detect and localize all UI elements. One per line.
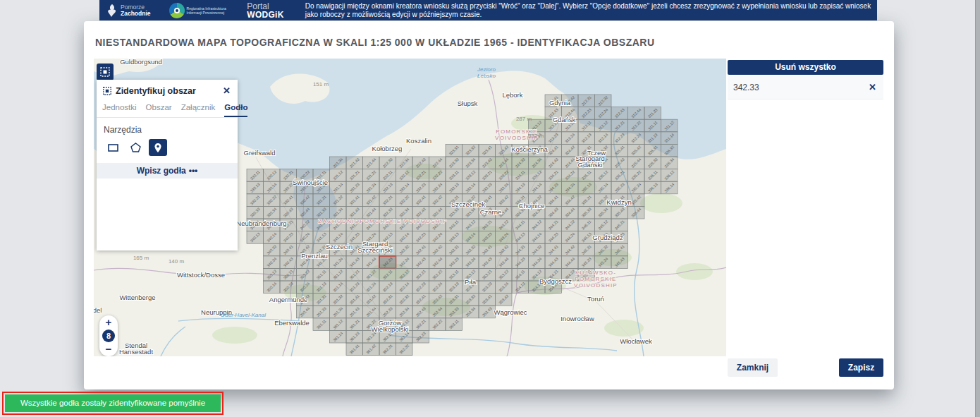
annotation-highlight-box: Wszystkie godła zostały zidentyfikowane … (2, 392, 223, 415)
region-logo-line2: Zachodnie (121, 11, 151, 17)
svg-text:Bydgoszcz: Bydgoszcz (539, 277, 572, 285)
griffin-icon (106, 4, 118, 18)
svg-text:ZACHODNIOPOMORSKIE VOIVODSHIP: ZACHODNIOPOMORSKIE VOIVODSHIP (318, 218, 447, 224)
svg-text:Lębork: Lębork (502, 91, 522, 99)
svg-text:Neubrandenburg: Neubrandenburg (236, 219, 286, 227)
svg-text:Guldborgsund: Guldborgsund (120, 59, 162, 66)
svg-text:Inowrocław: Inowrocław (561, 315, 594, 322)
sheet-code-value: 342.33 (733, 83, 867, 92)
more-dots-icon: ••• (189, 166, 198, 176)
svg-text:Greifswald: Greifswald (244, 149, 276, 157)
header-instruction-text: Do nawigacji między oknami kreatora wnio… (305, 2, 877, 19)
svg-text:Koszalin: Koszalin (406, 137, 431, 145)
remove-sheet-icon[interactable]: ✕ (867, 82, 878, 92)
svg-text:Gdańsk: Gdańsk (553, 116, 576, 123)
map-zoom-control: + 8 − (99, 315, 118, 356)
zoom-out-button[interactable]: − (106, 344, 112, 354)
map-canvas[interactable]: 313.41313.42312.31312.32313.43313.44312.… (94, 59, 726, 356)
svg-text:Kościerzyna: Kościerzyna (511, 145, 548, 153)
save-button[interactable]: Zapisz (839, 358, 883, 377)
portal-logo-line2: WODGiK (247, 11, 283, 19)
svg-text:151 m: 151 m (313, 81, 329, 87)
svg-text:Wągrowiec: Wągrowiec (494, 308, 527, 316)
enter-codes-label: Wpisz godła (137, 166, 186, 176)
svg-text:140 m: 140 m (169, 258, 185, 265)
svg-text:JezioroŁebsko: JezioroŁebsko (477, 66, 496, 79)
portal-wodgik-logo: Portal WODGiK (247, 2, 283, 19)
svg-text:Kołobrzeg: Kołobrzeg (372, 145, 403, 152)
svg-text:Kwidzyn: Kwidzyn (606, 198, 631, 206)
svg-text:del: del (94, 306, 102, 314)
riip-logo-line2: Informacji Przestrzennej (187, 11, 228, 15)
svg-text:StendalHansestadt: StendalHansestadt (119, 342, 153, 356)
svg-text:StargardSzczeciński: StargardSzczeciński (357, 240, 393, 254)
identify-area-icon (102, 86, 112, 96)
svg-text:Włocławek: Włocławek (620, 337, 652, 345)
success-toast: Wszystkie godła zostały zidentyfikowane … (5, 394, 221, 412)
panel-title: Zidentyfikuj obszar (116, 86, 221, 96)
panel-close-icon[interactable]: ✕ (221, 85, 232, 96)
svg-text:StarogardGdański: StarogardGdański (575, 155, 605, 169)
svg-text:Czarne: Czarne (480, 208, 502, 216)
svg-text:Piła: Piła (465, 278, 477, 286)
svg-text:Eberswalde: Eberswalde (274, 319, 310, 327)
identify-area-tool-button[interactable] (97, 64, 114, 80)
pomorze-zachodnie-logo: Pomorze Zachodnie (106, 4, 151, 18)
svg-text:Słupsk: Słupsk (458, 99, 478, 107)
svg-text:165 m: 165 m (133, 255, 149, 261)
svg-text:Prenzlau: Prenzlau (301, 252, 328, 260)
svg-text:Szczecin: Szczecin (326, 243, 353, 250)
enter-codes-link[interactable]: Wpisz godła ••• (97, 163, 238, 179)
identify-area-panel: Zidentyfikuj obszar ✕ Jednostki Obszar Z… (97, 80, 238, 250)
svg-text:Chojnice: Chojnice (519, 202, 545, 210)
tab-jednostki[interactable]: Jednostki (102, 100, 137, 117)
polygon-select-tool-button[interactable] (126, 139, 145, 156)
svg-text:Szczecinek: Szczecinek (451, 200, 485, 208)
svg-text:KUJAWSKO-POMORSKIEVOIVODSHIP: KUJAWSKO-POMORSKIEVOIVODSHIP (574, 270, 618, 289)
svg-text:Świnoujście: Świnoujście (293, 179, 328, 186)
tab-godlo[interactable]: Godło (224, 100, 247, 117)
svg-text:Angermünde: Angermünde (269, 296, 307, 303)
tools-label: Narzędzia (104, 125, 231, 135)
point-select-tool-button[interactable] (149, 139, 167, 156)
map-pin-icon (153, 143, 163, 153)
riip-logo-line1: Regionalna Infrastruktura (187, 6, 228, 11)
svg-text:Wittenberge: Wittenberge (119, 294, 155, 301)
modal-title: NIESTANDARDOWA MAPA TOPOGRAFICZNA W SKAL… (95, 37, 655, 48)
svg-text:Oder-Havel-Kanal: Oder-Havel-Kanal (221, 312, 266, 318)
zoom-level-badge: 8 (102, 330, 115, 342)
app-header: Pomorze Zachodnie Regionalna Infrastrukt… (99, 0, 877, 20)
remove-all-button[interactable]: Usuń wszystko (728, 60, 883, 75)
svg-text:Grudziądz: Grudziądz (592, 234, 623, 241)
rectangle-select-tool-button[interactable] (104, 139, 122, 156)
portal-logo-line1: Portal (247, 2, 283, 11)
svg-text:Gdynia: Gdynia (549, 99, 571, 107)
tab-obszar[interactable]: Obszar (146, 100, 172, 117)
svg-text:Toruń: Toruń (587, 295, 604, 303)
identify-area-icon (99, 66, 111, 78)
close-button[interactable]: Zamknij (728, 358, 778, 377)
selected-sheets-sidebar: Usuń wszystko 342.33 ✕ (728, 60, 883, 99)
selected-sheet-item: 342.33 ✕ (728, 75, 883, 99)
svg-text:287 m: 287 m (516, 116, 532, 122)
svg-text:332 m: 332 m (528, 133, 544, 139)
svg-text:Wittstock/Dosse: Wittstock/Dosse (177, 271, 225, 279)
riip-logo-icon (169, 3, 185, 18)
tab-zalacznik[interactable]: Załącznik (181, 100, 216, 117)
zoom-in-button[interactable]: + (106, 318, 112, 327)
pentagon-icon (130, 143, 141, 152)
area-identification-modal: NIESTANDARDOWA MAPA TOPOGRAFICZNA W SKAL… (84, 21, 894, 389)
rectangle-icon (108, 144, 118, 152)
page-scrollbar[interactable] (975, 0, 980, 417)
panel-tabs: Jednostki Obszar Załącznik Godło (97, 100, 238, 118)
